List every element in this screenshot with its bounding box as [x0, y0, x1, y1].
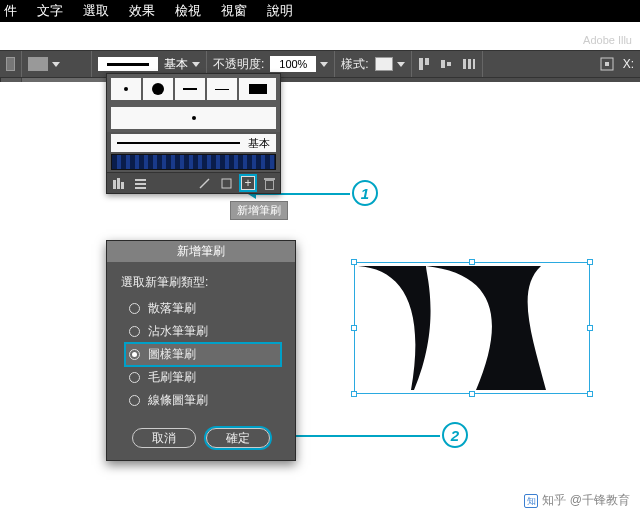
option-label: 毛刷筆刷 — [148, 369, 196, 386]
app-menubar: 件 文字 選取 效果 檢視 視窗 說明 — [0, 0, 640, 22]
menu-item[interactable]: 件 — [4, 2, 17, 20]
align-icons-segment[interactable] — [412, 51, 483, 77]
selection-bounding-box — [354, 262, 590, 394]
brush-thumb[interactable] — [111, 154, 276, 170]
style-swatch[interactable] — [375, 57, 393, 71]
option-label: 線條圖筆刷 — [148, 392, 208, 409]
new-brush-button[interactable]: + — [241, 176, 255, 190]
brush-thumb[interactable] — [143, 78, 173, 100]
svg-rect-14 — [135, 187, 146, 189]
dialog-prompt: 選取新筆刷類型: — [121, 274, 281, 291]
style-segment[interactable]: 樣式: — [335, 51, 411, 77]
brush-type-options: 散落筆刷 沾水筆筆刷 圖樣筆刷 毛刷筆刷 線條圖筆刷 — [125, 297, 281, 412]
brush-thumb[interactable] — [207, 78, 237, 100]
remove-stroke-icon[interactable] — [197, 176, 211, 190]
zhihu-logo-icon — [524, 494, 538, 508]
menu-item[interactable]: 文字 — [37, 2, 63, 20]
library-icon[interactable] — [111, 176, 125, 190]
ok-button[interactable]: 確定 — [206, 428, 270, 448]
resize-handle[interactable] — [469, 259, 475, 265]
dialog-title: 新增筆刷 — [107, 241, 295, 262]
svg-line-15 — [200, 179, 209, 188]
menu-item[interactable]: 選取 — [83, 2, 109, 20]
chevron-down-icon — [397, 62, 405, 67]
brush-basic-label: 基本 — [164, 56, 188, 73]
x-coord-label: X: — [623, 57, 634, 71]
resize-handle[interactable] — [587, 391, 593, 397]
svg-rect-13 — [135, 183, 146, 185]
brushes-panel: 基本 + — [106, 73, 281, 194]
distribute-icon[interactable] — [462, 57, 476, 71]
resize-handle[interactable] — [587, 259, 593, 265]
resize-handle[interactable] — [469, 391, 475, 397]
chevron-down-icon — [52, 62, 60, 67]
menu-item[interactable]: 檢視 — [175, 2, 201, 20]
new-brush-dialog: 新增筆刷 選取新筆刷類型: 散落筆刷 沾水筆筆刷 圖樣筆刷 毛刷筆刷 線條圖筆刷… — [106, 240, 296, 461]
opacity-label: 不透明度: — [213, 56, 264, 73]
options-icon[interactable] — [219, 176, 233, 190]
fill-swatch[interactable] — [6, 57, 15, 71]
selected-artwork[interactable] — [354, 262, 590, 394]
svg-rect-6 — [473, 59, 475, 69]
brush-thumb[interactable] — [111, 78, 141, 100]
svg-rect-9 — [113, 180, 116, 189]
resize-handle[interactable] — [351, 391, 357, 397]
option-label: 沾水筆筆刷 — [148, 323, 208, 340]
stroke-swatch[interactable] — [28, 57, 48, 71]
option-label: 散落筆刷 — [148, 300, 196, 317]
svg-rect-8 — [605, 62, 609, 66]
brush-thumb[interactable] — [111, 107, 276, 129]
watermark-text: 知乎 @千锋教育 — [542, 493, 630, 507]
brush-thumb-grid — [107, 74, 280, 104]
option-calligraphic-brush[interactable]: 沾水筆筆刷 — [125, 320, 281, 343]
svg-rect-12 — [135, 179, 146, 181]
brush-thumb[interactable] — [175, 78, 205, 100]
option-label: 圖樣筆刷 — [148, 346, 196, 363]
svg-rect-10 — [117, 178, 120, 189]
svg-rect-1 — [425, 58, 429, 65]
svg-rect-11 — [121, 182, 124, 189]
brush-basic-row[interactable]: 基本 — [111, 134, 276, 152]
svg-rect-2 — [441, 60, 445, 68]
svg-rect-4 — [463, 59, 466, 69]
control-bar: 基本 不透明度: 100% 樣式: X: — [0, 50, 640, 78]
svg-rect-0 — [419, 58, 423, 70]
brush-basic-label: 基本 — [248, 136, 270, 151]
watermark: 知乎 @千锋教育 — [524, 492, 630, 509]
menu-item[interactable]: 視窗 — [221, 2, 247, 20]
trash-icon[interactable] — [263, 177, 276, 190]
annotation-arrow-2 — [276, 435, 440, 437]
app-brand-label: Adobe Illu — [583, 34, 632, 46]
libraries-menu-icon[interactable] — [133, 176, 147, 190]
menu-item[interactable]: 說明 — [267, 2, 293, 20]
opacity-input[interactable]: 100% — [270, 56, 316, 72]
fill-swatch-segment[interactable] — [0, 51, 22, 77]
stroke-weight-segment[interactable] — [22, 51, 92, 77]
annotation-badge-1: 1 — [352, 180, 378, 206]
annotation-badge-2: 2 — [442, 422, 468, 448]
svg-rect-3 — [447, 62, 451, 66]
brushes-panel-footer: + — [107, 172, 280, 193]
cancel-button[interactable]: 取消 — [132, 428, 196, 448]
chevron-down-icon — [320, 62, 328, 67]
option-scatter-brush[interactable]: 散落筆刷 — [125, 297, 281, 320]
align-top-icon[interactable] — [418, 57, 432, 71]
resize-handle[interactable] — [351, 325, 357, 331]
svg-rect-16 — [222, 179, 231, 188]
chevron-down-icon — [192, 62, 200, 67]
brush-stroke-preview — [98, 57, 158, 71]
option-pattern-brush[interactable]: 圖樣筆刷 — [125, 343, 281, 366]
svg-rect-5 — [468, 59, 471, 69]
style-label: 樣式: — [341, 56, 368, 73]
resize-handle[interactable] — [351, 259, 357, 265]
transform-icon[interactable] — [599, 56, 615, 72]
resize-handle[interactable] — [587, 325, 593, 331]
align-middle-icon[interactable] — [440, 57, 454, 71]
tooltip-new-brush: 新增筆刷 — [230, 201, 288, 220]
menu-item[interactable]: 效果 — [129, 2, 155, 20]
brush-thumb[interactable] — [239, 78, 276, 100]
option-bristle-brush[interactable]: 毛刷筆刷 — [125, 366, 281, 389]
option-art-brush[interactable]: 線條圖筆刷 — [125, 389, 281, 412]
